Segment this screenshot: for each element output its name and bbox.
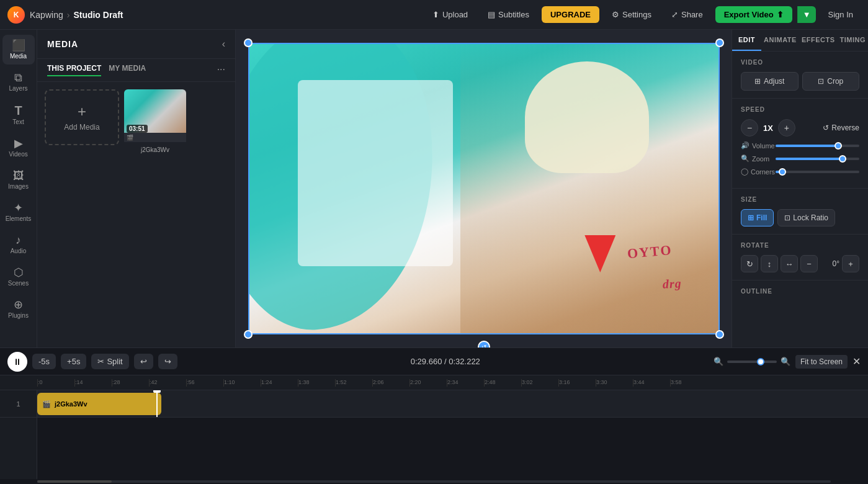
lock-ratio-button[interactable]: ⊡ Lock Ratio [777,209,835,226]
crop-icon: ⊡ [818,77,824,86]
sidebar-item-plugins[interactable]: ⊕ Plugins [2,294,35,324]
sidebar-item-images[interactable]: 🖼 Images [2,165,35,195]
rotate-handle[interactable]: ↺ [478,341,490,347]
flip-h-button[interactable]: ↔ [781,255,798,272]
upload-label: Upload [442,10,468,19]
canvas-video[interactable]: OYТО drg [248,43,720,334]
volume-slider-row: 🔊 Volume [741,141,859,150]
sidebar-item-videos[interactable]: ▶ Videos [2,133,35,163]
scrollbar-thumb[interactable] [37,480,112,483]
sidebar-item-audio[interactable]: ♪ Audio [2,230,35,259]
add-media-button[interactable]: + Add Media [45,89,119,145]
media-panel-header: MEDIA ‹ [37,30,235,59]
media-thumb-info: 🎬 [124,133,186,142]
skip-forward-button[interactable]: +5s [61,354,86,369]
flip-v-button[interactable]: ↕ [761,255,778,272]
settings-icon: ⚙ [612,10,619,19]
play-pause-button[interactable]: ⏸ [7,352,27,372]
scrollbar-area [0,479,868,484]
rotate-cw-button[interactable]: ↻ [741,255,758,272]
tab-effects[interactable]: EFFECTS [799,30,838,51]
tab-timing[interactable]: TIMING [838,30,869,51]
rotate-plus-button[interactable]: + [842,255,859,272]
sidebar-item-layers[interactable]: ⧉ Layers [2,67,35,97]
speed-decrease-button[interactable]: − [741,119,758,137]
speed-increase-button[interactable]: + [778,119,795,137]
settings-button[interactable]: ⚙ Settings [604,6,659,23]
undo-button[interactable]: ↩ [134,354,153,369]
tab-edit[interactable]: EDIT [732,30,761,51]
sidebar-item-scenes[interactable]: ⬡ Scenes [2,262,35,292]
track-clip-1[interactable]: 🎬 j2Gka3Wv [37,393,161,415]
adjust-button[interactable]: ⊞ Adjust [741,72,799,91]
export-button[interactable]: Export Video ⬆ [715,6,792,23]
share-button[interactable]: ⤢ Share [664,6,710,23]
breadcrumb-separator: › [67,10,70,20]
scenes-icon: ⬡ [14,267,24,278]
brand-name[interactable]: Kapwing [30,10,63,20]
handle-bottom-right[interactable] [715,330,724,339]
rotate-minus-button[interactable]: − [800,255,818,272]
corners-thumb[interactable] [779,168,786,176]
zoom-slider[interactable] [776,158,859,160]
clip-name: j2Gka3Wv [55,400,87,408]
zoom-controls: 🔍 🔍 [714,357,790,366]
redo-button[interactable]: ↪ [158,354,177,369]
lock-icon: ⊡ [784,213,790,222]
tab-this-project[interactable]: THIS PROJECT [47,64,101,76]
zoom-thumb[interactable] [839,155,846,163]
corners-slider[interactable] [776,171,859,173]
handle-top-right[interactable] [715,38,724,47]
add-media-label: Add Media [64,123,99,132]
fill-button[interactable]: ⊞ Fill [741,209,774,226]
size-row: ⊞ Fill ⊡ Lock Ratio [741,209,859,226]
tab-my-media[interactable]: MY MEDIA [109,64,146,76]
scrollbar-track[interactable] [37,480,831,483]
corners-text: Corners [751,168,775,176]
zoom-slider[interactable] [727,361,777,363]
volume-thumb[interactable] [834,142,842,150]
outline-section: OUTLINE [732,280,868,308]
skip-back-button[interactable]: -5s [32,354,56,369]
timeline-time: 0:29.660 / 0:32.222 [182,357,709,366]
sidebar-item-label-audio: Audio [11,248,27,254]
canvas-wrapper: OYТО drg ↺ [248,43,720,334]
media-thumbnail[interactable]: 03:51 🎬 [124,89,186,145]
sidebar-item-elements[interactable]: ✦ Elements [2,197,35,227]
handle-bottom-left[interactable] [244,330,253,339]
elements-icon: ✦ [14,202,23,213]
media-duration: 03:51 [127,125,148,133]
zoom-slider-thumb[interactable] [757,358,764,365]
sidebar-item-text[interactable]: T Text [2,99,35,130]
upgrade-button[interactable]: UPGRADE [542,6,599,23]
export-dropdown-arrow[interactable]: ▼ [797,6,816,23]
zoom-out-icon[interactable]: 🔍 [714,357,723,366]
handle-top-left[interactable] [244,38,253,47]
adjust-icon: ⊞ [754,77,761,86]
upload-button[interactable]: ⬆ Upload [425,6,475,23]
media-panel-close-button[interactable]: ‹ [222,38,225,50]
project-name[interactable]: Studio Draft [73,10,123,20]
reverse-button[interactable]: ↺ Reverse [823,123,859,132]
playhead-top [153,390,161,393]
media-panel-more-button[interactable]: ··· [217,64,225,76]
crop-button[interactable]: ⊡ Crop [802,72,860,91]
zoom-in-icon[interactable]: 🔍 [781,357,790,366]
sign-in-button[interactable]: Sign In [821,6,861,23]
split-button[interactable]: ✂ Split [91,354,128,369]
tab-animate[interactable]: ANIMATE [761,30,799,51]
right-panel-tabs: EDIT ANIMATE EFFECTS TIMING [732,30,868,52]
text-icon: T [14,104,22,117]
upload-icon: ⬆ [432,10,439,19]
sidebar-item-media[interactable]: ⬛ Media [2,35,35,65]
subtitles-button[interactable]: ▤ Subtitles [480,6,537,23]
video-section-title: VIDEO [741,59,859,66]
timeline-close-button[interactable]: ✕ [852,356,861,367]
media-item-0[interactable]: 03:51 🎬 j2Gka3Wv [124,89,186,153]
ruler-tick-11: 2:34 [447,379,484,387]
volume-slider[interactable] [776,145,859,147]
playhead[interactable] [156,390,158,417]
corners-icon: ◯ [741,168,748,176]
rotate-row: ↻ ↕ ↔ − 0° + [741,255,859,272]
fit-to-screen-button[interactable]: Fit to Screen [795,355,848,369]
